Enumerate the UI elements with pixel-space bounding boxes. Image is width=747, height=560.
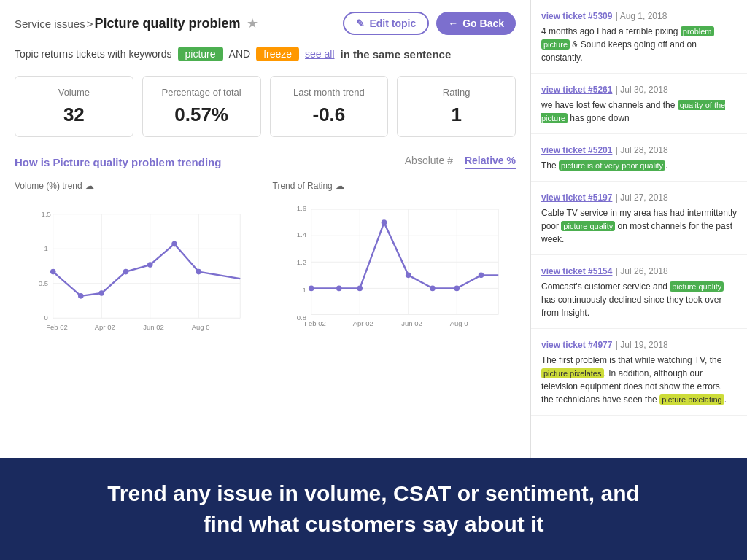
ticket-text: 4 months ago I had a terrible pixing pro… [541, 25, 737, 64]
stat-percentage-value: 0.57% [155, 104, 249, 126]
svg-text:Apr 02: Apr 02 [95, 323, 115, 331]
left-panel: Service issues > Picture quality problem… [0, 0, 531, 458]
svg-text:1: 1 [44, 244, 47, 252]
arrow-left-icon: ← [448, 18, 458, 29]
svg-point-15 [98, 290, 104, 296]
highlight: picture pixelates [541, 368, 604, 378]
ticket-item: view ticket #5201 | Jul 28, 2018 The pic… [531, 134, 747, 182]
keyword-picture[interactable]: picture [178, 47, 223, 61]
bottom-banner: Trend any issue in volume, CSAT or senti… [0, 458, 747, 560]
star-icon[interactable]: ★ [247, 15, 258, 31]
stat-trend-label: Last month trend [282, 87, 376, 98]
highlight: picture quality [561, 221, 615, 231]
stats-row: Volume 32 Percentage of total 0.57% Last… [15, 76, 516, 137]
ticket-item: view ticket #5197 | Jul 27, 2018 Cable T… [531, 182, 747, 255]
svg-text:1.4: 1.4 [296, 230, 306, 238]
highlight: picture [541, 39, 570, 50]
ticket-item: view ticket #4977 | Jul 19, 2018 The fir… [531, 329, 747, 416]
ticket-header: view ticket #5201 | Jul 28, 2018 [541, 143, 737, 156]
stat-percentage-label: Percentage of total [155, 87, 249, 98]
stat-rating-value: 1 [409, 104, 503, 126]
svg-text:1: 1 [302, 286, 306, 294]
svg-point-45 [454, 286, 460, 292]
edit-topic-button[interactable]: ✎ Edit topic [343, 12, 429, 35]
ticket-header: view ticket #5309 | Aug 1, 2018 [541, 9, 737, 22]
volume-chart-title-label: Volume (%) trend [15, 181, 82, 191]
tab-absolute[interactable]: Absolute # [405, 155, 453, 169]
banner-line2: find what customers say about it [15, 509, 732, 540]
ticket-link[interactable]: view ticket #5197 [541, 192, 612, 203]
go-back-button[interactable]: ← Go Back [436, 12, 516, 35]
svg-text:Feb 02: Feb 02 [304, 319, 326, 327]
ticket-item: view ticket #5309 | Aug 1, 2018 4 months… [531, 0, 747, 74]
svg-point-18 [171, 241, 177, 247]
go-back-label: Go Back [462, 18, 504, 29]
trending-suffix: trending [177, 156, 221, 168]
svg-point-19 [196, 269, 201, 275]
svg-point-40 [336, 286, 341, 292]
ticket-link[interactable]: view ticket #5201 [541, 145, 612, 155]
rating-chart-title-label: Trend of Rating [273, 181, 333, 191]
rating-chart-title: Trend of Rating ☁ [273, 181, 516, 191]
ticket-date: | Jul 28, 2018 [616, 145, 668, 155]
ticket-link[interactable]: view ticket #4977 [541, 340, 612, 350]
trending-title: How is Picture quality problem trending [15, 156, 221, 168]
svg-point-41 [357, 286, 363, 292]
svg-text:0: 0 [44, 314, 47, 322]
keyword-freeze[interactable]: freeze [256, 47, 299, 61]
svg-text:Jun 02: Jun 02 [143, 323, 164, 331]
stat-volume-value: 32 [27, 104, 121, 126]
cloud-icon: ☁ [85, 181, 94, 191]
trending-header: How is Picture quality problem trending … [15, 155, 516, 169]
keywords-and: AND [229, 48, 251, 60]
banner-line1: Trend any issue in volume, CSAT or senti… [15, 478, 732, 509]
svg-text:Jun 02: Jun 02 [401, 319, 422, 327]
ticket-date: | Jul 30, 2018 [616, 85, 668, 95]
ticket-header: view ticket #5261 | Jul 30, 2018 [541, 82, 737, 96]
see-all-link[interactable]: see all [305, 48, 334, 60]
svg-text:1.2: 1.2 [296, 258, 306, 266]
volume-chart-box: Volume (%) trend ☁ 1.5 1 0.5 0 [15, 181, 258, 343]
ticket-header: view ticket #4977 | Jul 19, 2018 [541, 338, 737, 351]
highlight: picture is of very poor quality [559, 160, 665, 171]
svg-point-42 [381, 219, 387, 225]
stat-volume-label: Volume [27, 87, 121, 98]
svg-point-14 [78, 293, 84, 299]
cloud-icon-2: ☁ [336, 181, 344, 191]
svg-text:1.6: 1.6 [296, 204, 306, 212]
ticket-text: The first problem is that while watching… [541, 354, 737, 406]
trending-topic: Picture quality problem [53, 156, 175, 168]
svg-text:Apr 02: Apr 02 [352, 319, 373, 327]
stat-volume: Volume 32 [15, 76, 133, 137]
ticket-item: view ticket #5154 | Jul 26, 2018 Comcast… [531, 255, 747, 329]
ticket-link[interactable]: view ticket #5261 [541, 85, 612, 95]
svg-point-39 [308, 286, 314, 292]
volume-chart-area: 1.5 1 0.5 0 [15, 197, 258, 343]
edit-topic-label: Edit topic [369, 18, 416, 29]
rating-chart-area: 1.6 1.4 1.2 1 0.8 [273, 197, 516, 343]
breadcrumb-current: Picture quality problem [94, 16, 240, 31]
ticket-link[interactable]: view ticket #5154 [541, 266, 612, 276]
svg-point-44 [430, 286, 436, 292]
breadcrumb-separator: > [87, 18, 93, 30]
ticket-header: view ticket #5154 | Jul 26, 2018 [541, 264, 737, 277]
ticket-text: The picture is of very poor quality. [541, 159, 737, 172]
svg-point-13 [50, 269, 56, 275]
banner-text: Trend any issue in volume, CSAT or senti… [15, 478, 732, 540]
svg-text:Aug 0: Aug 0 [192, 323, 210, 331]
keywords-prefix: Topic returns tickets with keywords [15, 48, 172, 60]
ticket-text: Cable TV service in my area has had inte… [541, 206, 737, 246]
ticket-link[interactable]: view ticket #5309 [541, 11, 612, 21]
svg-text:Aug 0: Aug 0 [449, 319, 468, 327]
highlight: picture quality [670, 281, 724, 292]
edit-icon: ✎ [356, 18, 365, 29]
highlight: problem [681, 26, 714, 36]
highlight: quality of the picture [541, 100, 725, 123]
stat-percentage: Percentage of total 0.57% [142, 76, 261, 137]
svg-point-43 [405, 273, 411, 279]
svg-text:Feb 02: Feb 02 [46, 323, 68, 331]
breadcrumb-actions: ✎ Edit topic ← Go Back [343, 12, 516, 35]
breadcrumb-service[interactable]: Service issues [15, 18, 85, 30]
top-area: Service issues > Picture quality problem… [0, 0, 747, 458]
tab-relative[interactable]: Relative % [465, 155, 516, 169]
